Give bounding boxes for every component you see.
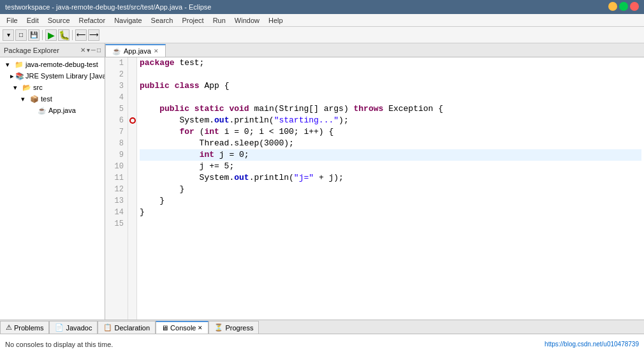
pe-minimize-icon[interactable]: ─ (91, 47, 96, 54)
code-line-11: System.out.println("j=" + j); (140, 172, 641, 184)
tree-appjava[interactable]: ☕ App.java (0, 105, 105, 116)
tab-progress[interactable]: ⏳ Progress (209, 321, 259, 334)
line-num-1: 1 (109, 57, 124, 69)
code-line-6: System.out.println("starting..."); (140, 115, 641, 126)
pe-header-icons: ✕ ▾ ─ □ (80, 47, 101, 54)
javadoc-icon: 📄 (55, 323, 64, 332)
code-line-1: package test; (140, 57, 641, 69)
problems-icon: ⚠ (6, 323, 12, 332)
toolbar-btn-save[interactable]: 💾 (28, 29, 40, 41)
code-line-8: Thread.sleep(3000); (140, 138, 641, 149)
maximize-button[interactable] (619, 2, 628, 11)
menu-item-search[interactable]: Search (147, 16, 177, 25)
line-num-9: 9 (109, 149, 124, 161)
editor-gutter (128, 57, 137, 320)
console-label: Console (170, 324, 196, 332)
tab-declaration[interactable]: 📋 Declaration (98, 321, 156, 334)
gutter-2 (128, 69, 136, 80)
tab-javadoc[interactable]: 📄 Javadoc (49, 321, 98, 334)
gutter-13 (128, 195, 136, 207)
console-tab-close[interactable]: ✕ (198, 325, 203, 331)
pe-menu-icon[interactable]: ▾ (87, 47, 90, 54)
src-folder-icon: 📂 (22, 82, 32, 92)
progress-icon: ⏳ (214, 323, 223, 332)
pe-maximize-icon[interactable]: □ (97, 47, 101, 54)
package-explorer-content: ▾ 📁 java-remote-debug-test ▸ 📚 JRE Syste… (0, 57, 105, 320)
project-expand-icon: ▾ (3, 59, 13, 70)
package-explorer-title: Package Explorer (4, 47, 59, 54)
toolbar-btn-run[interactable]: ▶ (45, 29, 57, 41)
status-url: https://blog.csdn.net/u010478739 (545, 341, 639, 348)
line-num-6: 6 (109, 115, 124, 126)
menu-item-source[interactable]: Source (44, 16, 74, 25)
tab-java-icon: ☕ (112, 47, 121, 55)
menu-item-file[interactable]: File (3, 16, 22, 25)
toolbar-btn-1[interactable]: ▾ (3, 29, 14, 41)
code-editor[interactable]: 1 2 3 4 5 6 7 8 9 10 11 12 13 14 15 (105, 57, 644, 320)
java-spacer (26, 105, 36, 115)
package-expand-icon: ▾ (18, 94, 28, 104)
minimize-button[interactable] (608, 2, 617, 11)
line-num-2: 2 (109, 69, 124, 80)
console-message: No consoles to display at this time. (5, 341, 113, 348)
src-label: src (33, 84, 43, 91)
project-label: java-remote-debug-test (26, 61, 98, 68)
javadoc-label: Javadoc (66, 324, 92, 332)
title-controls (608, 2, 639, 12)
bottom-tabs: ⚠ Problems 📄 Javadoc 📋 Declaration 🖥 Con… (0, 320, 644, 334)
tab-problems[interactable]: ⚠ Problems (0, 321, 49, 334)
menu-item-run[interactable]: Run (209, 16, 230, 25)
code-line-5: public static void main(String[] args) t… (140, 103, 641, 115)
package-explorer-header: Package Explorer ✕ ▾ ─ □ (0, 43, 105, 57)
console-icon: 🖥 (161, 324, 168, 332)
line-num-12: 12 (109, 184, 124, 195)
gutter-5 (128, 103, 136, 115)
close-button[interactable] (630, 2, 639, 11)
gutter-4 (128, 92, 136, 103)
java-file-label: App.java (48, 107, 76, 114)
code-line-2 (140, 69, 641, 80)
line-num-4: 4 (109, 92, 124, 103)
declaration-icon: 📋 (103, 323, 112, 332)
toolbar-btn-3[interactable]: ⟵ (75, 29, 87, 41)
menu-item-refactor[interactable]: Refactor (75, 16, 110, 25)
tab-console[interactable]: 🖥 Console ✕ (156, 321, 209, 334)
tree-src[interactable]: ▾ 📂 src (0, 82, 105, 93)
tab-label: App.java (124, 47, 151, 55)
line-num-11: 11 (109, 172, 124, 184)
tree-jre[interactable]: ▸ 📚 JRE System Library [JavaSE-1.8] (0, 70, 105, 82)
toolbar-btn-4[interactable]: ⟶ (88, 29, 99, 41)
code-line-10: j += 5; (140, 161, 641, 172)
editor-area: ☕ App.java ✕ 1 2 3 4 5 6 7 8 9 10 11 12 … (105, 43, 644, 320)
src-expand-icon: ▾ (10, 82, 20, 92)
menu-item-navigate[interactable]: Navigate (110, 16, 145, 25)
pe-collapse-icon[interactable]: ✕ (80, 47, 85, 54)
toolbar: ▾ □ 💾 ▶ 🐛 ⟵ ⟶ (0, 27, 644, 43)
declaration-label: Declaration (114, 324, 150, 332)
tree-project[interactable]: ▾ 📁 java-remote-debug-test (0, 59, 105, 70)
package-label: test (41, 95, 52, 103)
gutter-15 (128, 218, 136, 230)
toolbar-btn-2[interactable]: □ (15, 29, 27, 41)
menu-item-window[interactable]: Window (231, 16, 263, 25)
code-line-9: int j = 0; (140, 149, 641, 161)
gutter-3 (128, 80, 136, 92)
jre-label: JRE System Library [JavaSE-1.8] (26, 72, 105, 80)
code-line-12: } (140, 184, 641, 195)
tab-appjava[interactable]: ☕ App.java ✕ (105, 44, 166, 57)
menu-item-edit[interactable]: Edit (23, 16, 43, 25)
code-content[interactable]: package test; public class App { public … (137, 57, 644, 320)
menu-item-project[interactable]: Project (178, 16, 207, 25)
line-num-3: 3 (109, 80, 124, 92)
gutter-10 (128, 161, 136, 172)
toolbar-btn-debug[interactable]: 🐛 (58, 29, 70, 41)
tab-close-button[interactable]: ✕ (154, 48, 159, 54)
gutter-1 (128, 57, 136, 69)
menu-item-help[interactable]: Help (265, 16, 287, 25)
code-line-3: public class App { (140, 80, 641, 92)
project-folder-icon: 📁 (14, 59, 24, 70)
gutter-6 (128, 115, 136, 126)
toolbar-sep-1 (42, 30, 43, 40)
tree-package[interactable]: ▾ 📦 test (0, 93, 105, 105)
main-area: Package Explorer ✕ ▾ ─ □ ▾ 📁 java-remote… (0, 43, 644, 320)
